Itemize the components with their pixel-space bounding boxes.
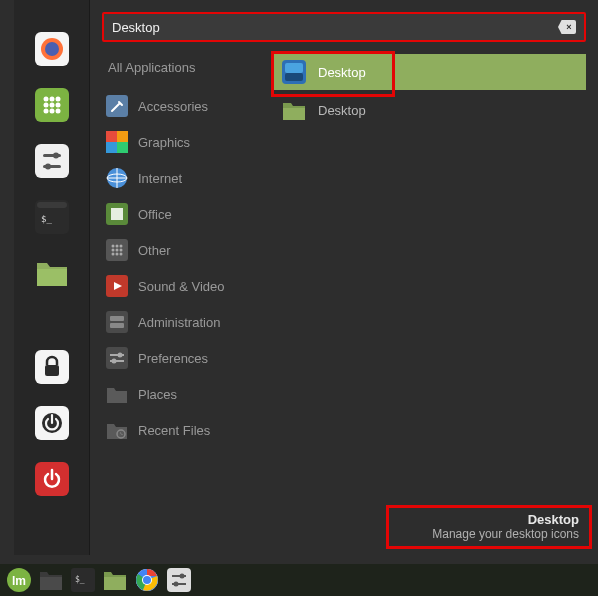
folder-icon: [39, 569, 63, 591]
lock-icon: [35, 350, 69, 384]
category-recent-files[interactable]: Recent Files: [102, 413, 272, 447]
svg-point-72: [180, 574, 185, 579]
svg-rect-50: [106, 347, 128, 369]
svg-point-37: [112, 245, 115, 248]
category-all-applications[interactable]: All Applications: [102, 54, 272, 81]
svg-text:$_: $_: [41, 214, 52, 224]
svg-point-39: [120, 245, 123, 248]
svg-rect-30: [106, 142, 117, 153]
logout-icon: [35, 406, 69, 440]
result-desktop-folder[interactable]: Desktop: [274, 92, 586, 128]
svg-rect-19: [37, 202, 67, 208]
taskbar-files-green[interactable]: [100, 566, 130, 594]
svg-point-40: [112, 249, 115, 252]
favorite-logout[interactable]: [33, 404, 71, 442]
office-icon: [106, 203, 128, 225]
category-label: Recent Files: [138, 423, 210, 438]
svg-point-44: [116, 253, 119, 256]
category-label: Internet: [138, 171, 182, 186]
svg-point-54: [112, 359, 117, 364]
svg-rect-58: [285, 73, 303, 81]
svg-point-74: [174, 582, 179, 587]
svg-point-38: [116, 245, 119, 248]
svg-rect-70: [167, 568, 191, 592]
svg-point-6: [55, 97, 60, 102]
clear-search-button[interactable]: ×: [558, 20, 576, 34]
category-preferences[interactable]: Preferences: [102, 341, 272, 375]
desktop-app-icon: [282, 60, 306, 84]
svg-point-12: [55, 109, 60, 114]
settings-icon: [35, 144, 69, 178]
desktop-folder-icon: [282, 98, 306, 122]
svg-point-8: [49, 103, 54, 108]
svg-point-2: [45, 42, 59, 56]
svg-rect-13: [35, 144, 69, 178]
svg-rect-59: [283, 108, 305, 120]
taskbar-menu-button[interactable]: lm: [4, 566, 34, 594]
category-sound-video[interactable]: Sound & Video: [102, 269, 272, 303]
item-title: Desktop: [393, 512, 579, 527]
favorite-settings[interactable]: [33, 142, 71, 180]
menu-columns: All Applications Accessories Graphics In…: [102, 54, 586, 547]
sound-video-icon: [106, 275, 128, 297]
taskbar: lm $_: [0, 564, 598, 596]
taskbar-chrome[interactable]: [132, 566, 162, 594]
folder-green-icon: [103, 569, 127, 591]
favorite-terminal[interactable]: $_: [33, 198, 71, 236]
graphics-icon: [106, 131, 128, 153]
result-label: Desktop: [318, 103, 366, 118]
firefox-icon: [35, 32, 69, 66]
taskbar-files[interactable]: [36, 566, 66, 594]
item-description: Manage your desktop icons: [393, 527, 579, 541]
chrome-icon: [135, 568, 159, 592]
search-input[interactable]: [112, 20, 558, 35]
other-icon: [106, 239, 128, 261]
internet-icon: [106, 167, 128, 189]
category-label: Places: [138, 387, 177, 402]
favorites-sidebar: $_: [14, 0, 90, 555]
svg-text:$_: $_: [75, 575, 85, 584]
category-label: All Applications: [108, 60, 195, 75]
favorite-firefox[interactable]: [33, 30, 71, 68]
category-label: Office: [138, 207, 172, 222]
category-label: Other: [138, 243, 171, 258]
favorite-files[interactable]: [33, 254, 71, 292]
svg-point-42: [120, 249, 123, 252]
administration-icon: [106, 311, 128, 333]
category-graphics[interactable]: Graphics: [102, 125, 272, 159]
category-office[interactable]: Office: [102, 197, 272, 231]
category-list: All Applications Accessories Graphics In…: [102, 54, 272, 547]
category-internet[interactable]: Internet: [102, 161, 272, 195]
category-label: Sound & Video: [138, 279, 225, 294]
mint-menu-icon: lm: [6, 567, 32, 593]
taskbar-terminal[interactable]: $_: [68, 566, 98, 594]
svg-point-43: [112, 253, 115, 256]
category-places[interactable]: Places: [102, 377, 272, 411]
svg-point-41: [116, 249, 119, 252]
favorite-software[interactable]: [33, 86, 71, 124]
svg-point-9: [55, 103, 60, 108]
svg-point-10: [43, 109, 48, 114]
category-administration[interactable]: Administration: [102, 305, 272, 339]
menu-main: × All Applications Accessories Graphics …: [90, 0, 598, 555]
category-accessories[interactable]: Accessories: [102, 89, 272, 123]
svg-point-5: [49, 97, 54, 102]
application-menu: $_ × All Applications: [14, 0, 598, 555]
svg-rect-49: [110, 323, 124, 328]
svg-rect-31: [117, 142, 128, 153]
svg-text:lm: lm: [12, 574, 26, 588]
svg-rect-47: [106, 311, 128, 333]
svg-point-4: [43, 97, 48, 102]
settings-small-icon: [167, 568, 191, 592]
result-desktop-app[interactable]: Desktop: [274, 54, 586, 90]
favorite-power[interactable]: [33, 460, 71, 498]
category-other[interactable]: Other: [102, 233, 272, 267]
terminal-icon: $_: [71, 568, 95, 592]
svg-rect-62: [40, 577, 62, 590]
taskbar-settings[interactable]: [164, 566, 194, 594]
favorite-lock[interactable]: [33, 348, 71, 386]
svg-rect-21: [37, 269, 67, 286]
svg-rect-35: [111, 208, 123, 220]
accessories-icon: [106, 95, 128, 117]
svg-point-17: [45, 164, 51, 170]
